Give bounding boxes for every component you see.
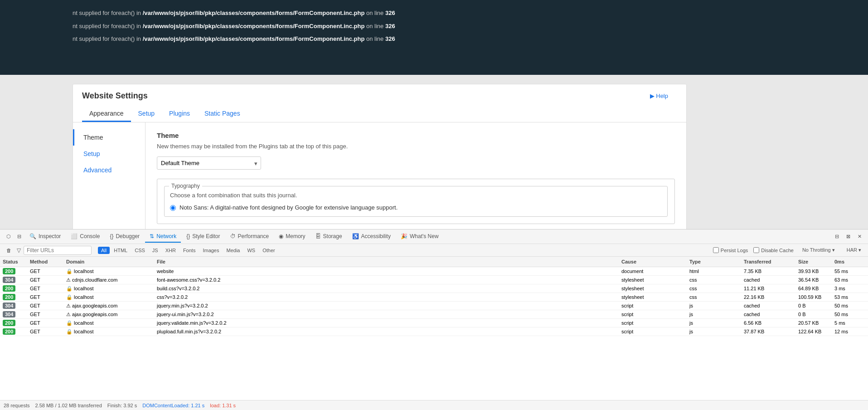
filter-icon: ▽ xyxy=(17,247,21,254)
theme-select-wrapper: Default Theme ▾ xyxy=(157,156,261,170)
panel-header: Website Settings Appearance Setup Plugin… xyxy=(73,84,686,122)
filter-btn-xhr[interactable]: XHR xyxy=(162,247,179,254)
header-size: Size xyxy=(795,258,832,265)
har-button[interactable]: HAR ▾ xyxy=(844,246,864,254)
table-row[interactable]: 304 GET ⚠ ajax.googleapis.com jquery.min… xyxy=(0,302,868,310)
typography-option-label: Noto Sans: A digital-native font designe… xyxy=(179,204,398,211)
devtools-tab-performance[interactable]: ⏱ Performance xyxy=(226,231,274,243)
finish-time: Finish: 3.92 s xyxy=(107,403,137,408)
devtools-dock-button[interactable]: ⊟ xyxy=(832,232,842,241)
filter-btn-other[interactable]: Other xyxy=(259,247,278,254)
persist-logs-checkbox[interactable] xyxy=(713,247,719,253)
network-table-header: Status Method Domain File Cause Type Tra… xyxy=(0,257,868,267)
network-options: Persist Logs Disable Cache No Throttling… xyxy=(713,246,864,254)
header-status: Status xyxy=(0,258,27,265)
error-line-1: nt supplied for foreach() in /var/www/oj… xyxy=(73,7,795,20)
header-method: Method xyxy=(27,258,63,265)
help-button[interactable]: ▶ Help xyxy=(650,93,668,99)
sidebar-nav: Theme Setup Advanced xyxy=(73,122,145,233)
error-line-2: nt supplied for foreach() in /var/www/oj… xyxy=(73,20,795,33)
sidebar-item-setup[interactable]: Setup xyxy=(73,146,145,162)
typography-box: Typography Choose a font combination tha… xyxy=(157,179,675,224)
devtools-undock-button[interactable]: ⊠ xyxy=(844,232,853,241)
panel-body: Theme Setup Advanced Theme New themes ma… xyxy=(73,122,686,233)
network-table: Status Method Domain File Cause Type Tra… xyxy=(0,257,868,400)
table-row[interactable]: 304 GET ⚠ ajax.googleapis.com jquery-ui.… xyxy=(0,310,868,319)
typography-radio-input[interactable] xyxy=(170,205,176,211)
devtools-statusbar: 28 requests 2.58 MB / 1.02 MB transferre… xyxy=(0,400,868,410)
theme-select[interactable]: Default Theme xyxy=(157,156,261,170)
devtools-tab-accessibility[interactable]: ♿ Accessibility xyxy=(348,231,395,243)
sidebar-item-theme[interactable]: Theme xyxy=(73,129,145,146)
main-content: Website Settings Appearance Setup Plugin… xyxy=(0,75,868,229)
accessibility-icon: ♿ xyxy=(352,233,359,239)
disable-cache-checkbox[interactable] xyxy=(753,247,759,253)
table-row[interactable]: 200 GET 🔒 localhost plupload.full.min.js… xyxy=(0,327,868,336)
devtools-responsive[interactable]: ⊟ xyxy=(15,232,24,241)
table-row[interactable]: 200 GET 🔒 localhost website document htm… xyxy=(0,267,868,276)
devtools-toolbar-right: ⊟ ⊠ ✕ xyxy=(832,232,864,241)
dom-content-loaded: DOMContentLoaded: 1.21 s xyxy=(142,403,204,408)
memory-icon: ◉ xyxy=(279,233,283,239)
devtools-toolbar: ⬡ ⊟ 🔍 Inspector ⬜ Console {} Debugger ⇅ … xyxy=(0,229,868,244)
disable-cache-label[interactable]: Disable Cache xyxy=(753,247,794,253)
devtools-close-button[interactable]: ✕ xyxy=(855,232,864,241)
content-subtitle: New themes may be installed from the Plu… xyxy=(157,143,675,150)
sidebar-item-advanced[interactable]: Advanced xyxy=(73,162,145,178)
tab-setup[interactable]: Setup xyxy=(131,106,162,122)
table-row[interactable]: 200 GET 🔒 localhost build.css?v=3.2.0.2 … xyxy=(0,284,868,293)
inspector-icon: 🔍 xyxy=(29,233,36,239)
transfer-size: 2.58 MB / 1.02 MB transferred xyxy=(35,403,102,408)
filter-btn-js[interactable]: JS xyxy=(149,247,161,254)
filter-btn-css[interactable]: CSS xyxy=(131,247,148,254)
devtools-tab-memory[interactable]: ◉ Memory xyxy=(274,231,310,243)
content-title: Theme xyxy=(157,132,675,139)
filter-btn-html[interactable]: HTML xyxy=(111,247,131,254)
debugger-icon: {} xyxy=(110,233,113,239)
table-row[interactable]: 200 GET 🔒 localhost css?v=3.2.0.2 styles… xyxy=(0,293,868,302)
filter-btn-images[interactable]: Images xyxy=(199,247,222,254)
content-area: Theme New themes may be installed from t… xyxy=(145,122,686,233)
website-settings-panel: Website Settings Appearance Setup Plugin… xyxy=(73,84,687,234)
help-icon: ▶ xyxy=(650,93,655,99)
network-rows-container: 200 GET 🔒 localhost website document htm… xyxy=(0,267,868,336)
error-area: nt supplied for foreach() in /var/www/oj… xyxy=(0,0,868,75)
devtools-tab-storage[interactable]: 🗄 Storage xyxy=(311,231,347,243)
page-title: Website Settings xyxy=(82,91,677,101)
table-row[interactable]: 200 GET 🔒 localhost jquery.validate.min.… xyxy=(0,319,868,327)
typography-radio-option: Noto Sans: A digital-native font designe… xyxy=(170,204,662,211)
devtools-tab-network[interactable]: ⇅ Network xyxy=(145,231,181,243)
load-time: load: 1.31 s xyxy=(210,403,236,408)
persist-logs-label[interactable]: Persist Logs xyxy=(713,247,748,253)
devtools-tab-console[interactable]: ⬜ Console xyxy=(66,231,104,243)
devtools-tab-debugger[interactable]: {} Debugger xyxy=(105,231,144,243)
tabs-container: Appearance Setup Plugins Static Pages ▶ … xyxy=(82,106,677,122)
requests-count: 28 requests xyxy=(4,403,29,408)
network-toolbar: 🗑 ▽ All HTML CSS JS XHR Fonts Images Med… xyxy=(0,244,868,257)
filter-btn-fonts[interactable]: Fonts xyxy=(180,247,199,254)
throttle-button[interactable]: No Throttling ▾ xyxy=(799,246,838,254)
devtools-tab-whats-new[interactable]: 🎉 What's New xyxy=(396,231,443,243)
typography-legend: Typography xyxy=(169,183,202,189)
whats-new-icon: 🎉 xyxy=(401,233,407,239)
network-clear-button[interactable]: 🗑 xyxy=(4,246,14,254)
header-transferred: Transferred xyxy=(741,258,795,265)
storage-icon: 🗄 xyxy=(315,233,321,239)
header-domain: Domain xyxy=(63,258,154,265)
tab-plugins[interactable]: Plugins xyxy=(162,106,197,122)
network-icon: ⇅ xyxy=(150,233,154,239)
tab-static-pages[interactable]: Static Pages xyxy=(197,106,247,122)
table-row[interactable]: 304 GET ⚠ cdnjs.cloudflare.com font-awes… xyxy=(0,276,868,284)
header-cause: Cause xyxy=(619,258,687,265)
filter-btn-media[interactable]: Media xyxy=(223,247,243,254)
filter-btn-all[interactable]: All xyxy=(98,247,110,254)
devtools-pick-element[interactable]: ⬡ xyxy=(4,232,14,241)
console-icon: ⬜ xyxy=(71,233,78,239)
devtools-tab-inspector[interactable]: 🔍 Inspector xyxy=(25,231,65,243)
tab-appearance[interactable]: Appearance xyxy=(82,106,131,122)
devtools-toolbar-icons: ⬡ ⊟ xyxy=(4,232,24,241)
network-filter-input[interactable] xyxy=(24,246,92,255)
devtools-tab-style-editor[interactable]: {} Style Editor xyxy=(182,231,224,243)
performance-icon: ⏱ xyxy=(230,233,236,239)
filter-btn-ws[interactable]: WS xyxy=(244,247,258,254)
